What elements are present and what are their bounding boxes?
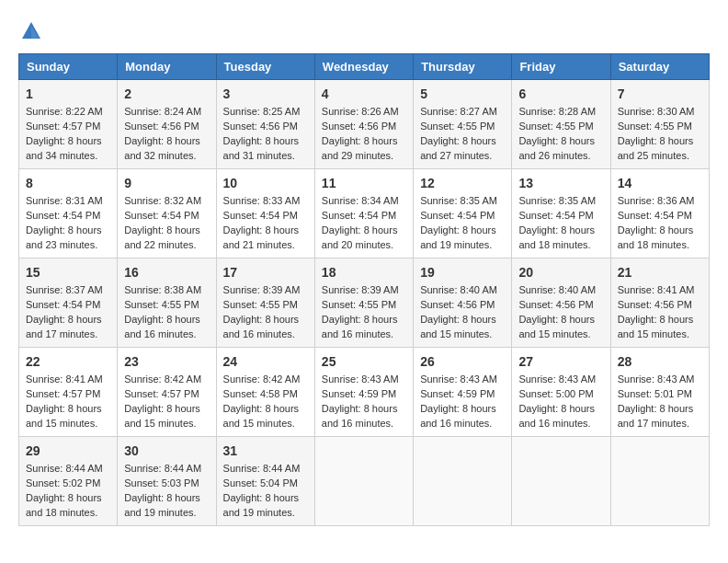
day-number: 30 [124, 442, 209, 460]
weekday-header: Thursday [414, 54, 512, 80]
day-number: 10 [223, 174, 308, 192]
day-number: 22 [26, 352, 110, 371]
calendar-day-cell: 21Sunrise: 8:41 AMSunset: 4:56 PMDayligh… [610, 259, 709, 348]
day-number: 31 [223, 442, 308, 460]
day-number: 11 [322, 174, 406, 192]
calendar-week-row: 29Sunrise: 8:44 AMSunset: 5:02 PMDayligh… [19, 437, 710, 526]
day-number: 3 [223, 85, 308, 103]
calendar-day-cell: 18Sunrise: 8:39 AMSunset: 4:55 PMDayligh… [314, 259, 413, 348]
calendar-day-cell: 4Sunrise: 8:26 AMSunset: 4:56 PMDaylight… [314, 80, 413, 169]
calendar-day-cell: 28Sunrise: 8:43 AMSunset: 5:01 PMDayligh… [610, 348, 709, 437]
calendar-day-cell: 14Sunrise: 8:36 AMSunset: 4:54 PMDayligh… [610, 169, 709, 259]
calendar-day-cell [512, 437, 610, 526]
calendar-day-cell: 26Sunrise: 8:43 AMSunset: 4:59 PMDayligh… [414, 348, 512, 437]
day-number: 2 [124, 85, 209, 103]
calendar-day-cell: 2Sunrise: 8:24 AMSunset: 4:56 PMDaylight… [118, 80, 216, 169]
day-number: 17 [223, 263, 308, 282]
calendar-day-cell: 13Sunrise: 8:35 AMSunset: 4:54 PMDayligh… [512, 169, 610, 259]
calendar-day-cell: 15Sunrise: 8:37 AMSunset: 4:54 PMDayligh… [19, 259, 118, 348]
calendar-day-cell: 10Sunrise: 8:33 AMSunset: 4:54 PMDayligh… [216, 169, 314, 259]
day-number: 12 [420, 174, 505, 192]
day-number: 13 [518, 174, 603, 192]
day-number: 28 [618, 352, 702, 371]
calendar-day-cell: 12Sunrise: 8:35 AMSunset: 4:54 PMDayligh… [414, 169, 512, 259]
calendar-day-cell: 1Sunrise: 8:22 AMSunset: 4:57 PMDaylight… [19, 80, 118, 169]
day-number: 8 [26, 174, 110, 192]
weekday-header: Sunday [19, 54, 118, 80]
day-number: 29 [26, 442, 110, 460]
calendar-week-row: 1Sunrise: 8:22 AMSunset: 4:57 PMDaylight… [19, 80, 710, 169]
calendar-day-cell: 3Sunrise: 8:25 AMSunset: 4:56 PMDaylight… [216, 80, 314, 169]
calendar-day-cell: 23Sunrise: 8:42 AMSunset: 4:57 PMDayligh… [118, 348, 216, 437]
day-number: 1 [26, 85, 110, 103]
day-number: 23 [124, 352, 209, 371]
day-number: 25 [322, 352, 406, 371]
calendar-day-cell: 27Sunrise: 8:43 AMSunset: 5:00 PMDayligh… [512, 348, 610, 437]
calendar-day-cell: 17Sunrise: 8:39 AMSunset: 4:55 PMDayligh… [216, 259, 314, 348]
weekday-header: Wednesday [314, 54, 413, 80]
calendar-day-cell: 25Sunrise: 8:43 AMSunset: 4:59 PMDayligh… [314, 348, 413, 437]
calendar-day-cell: 22Sunrise: 8:41 AMSunset: 4:57 PMDayligh… [19, 348, 118, 437]
day-number: 14 [618, 174, 702, 192]
calendar-day-cell: 9Sunrise: 8:32 AMSunset: 4:54 PMDaylight… [118, 169, 216, 259]
day-number: 4 [322, 85, 406, 103]
day-number: 27 [518, 352, 603, 371]
calendar-day-cell: 6Sunrise: 8:28 AMSunset: 4:55 PMDaylight… [512, 80, 610, 169]
calendar-week-row: 22Sunrise: 8:41 AMSunset: 4:57 PMDayligh… [19, 348, 710, 437]
calendar-day-cell [414, 437, 512, 526]
day-number: 6 [518, 85, 603, 103]
weekday-header: Tuesday [216, 54, 314, 80]
day-number: 20 [518, 263, 603, 282]
day-number: 16 [124, 263, 209, 282]
day-number: 18 [322, 263, 406, 282]
page-header [18, 18, 710, 44]
calendar-day-cell: 8Sunrise: 8:31 AMSunset: 4:54 PMDaylight… [19, 169, 118, 259]
day-number: 26 [420, 352, 505, 371]
day-number: 15 [26, 263, 110, 282]
weekday-header: Friday [512, 54, 610, 80]
calendar-table: SundayMondayTuesdayWednesdayThursdayFrid… [18, 53, 710, 526]
day-number: 19 [420, 263, 505, 282]
calendar-day-cell: 20Sunrise: 8:40 AMSunset: 4:56 PMDayligh… [512, 259, 610, 348]
day-number: 9 [124, 174, 209, 192]
logo-icon [18, 18, 44, 44]
calendar-day-cell: 30Sunrise: 8:44 AMSunset: 5:03 PMDayligh… [118, 437, 216, 526]
day-number: 7 [618, 85, 702, 103]
calendar-week-row: 15Sunrise: 8:37 AMSunset: 4:54 PMDayligh… [19, 259, 710, 348]
weekday-header: Monday [118, 54, 216, 80]
calendar-day-cell: 7Sunrise: 8:30 AMSunset: 4:55 PMDaylight… [610, 80, 709, 169]
day-number: 5 [420, 85, 505, 103]
calendar-day-cell: 5Sunrise: 8:27 AMSunset: 4:55 PMDaylight… [414, 80, 512, 169]
calendar-day-cell: 19Sunrise: 8:40 AMSunset: 4:56 PMDayligh… [414, 259, 512, 348]
logo [18, 18, 48, 44]
calendar-day-cell: 24Sunrise: 8:42 AMSunset: 4:58 PMDayligh… [216, 348, 314, 437]
weekday-header: Saturday [610, 54, 709, 80]
calendar-header-row: SundayMondayTuesdayWednesdayThursdayFrid… [19, 54, 710, 80]
day-number: 24 [223, 352, 308, 371]
calendar-day-cell: 31Sunrise: 8:44 AMSunset: 5:04 PMDayligh… [216, 437, 314, 526]
day-number: 21 [618, 263, 702, 282]
calendar-day-cell [314, 437, 413, 526]
calendar-day-cell: 11Sunrise: 8:34 AMSunset: 4:54 PMDayligh… [314, 169, 413, 259]
calendar-day-cell: 29Sunrise: 8:44 AMSunset: 5:02 PMDayligh… [19, 437, 118, 526]
calendar-week-row: 8Sunrise: 8:31 AMSunset: 4:54 PMDaylight… [19, 169, 710, 259]
calendar-day-cell: 16Sunrise: 8:38 AMSunset: 4:55 PMDayligh… [118, 259, 216, 348]
calendar-day-cell [610, 437, 709, 526]
